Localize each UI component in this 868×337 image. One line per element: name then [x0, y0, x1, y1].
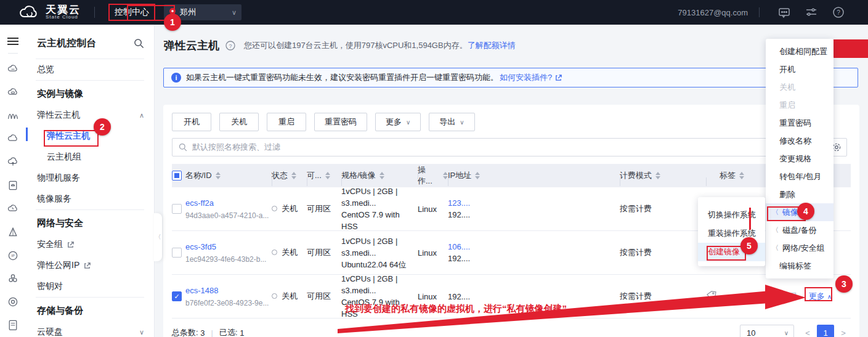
server-box-icon[interactable] [7, 179, 19, 192]
ecs-cloud-icon[interactable] [7, 63, 19, 75]
sidebar-collapse-handle[interactable]: 〈 [154, 213, 162, 261]
sidebar-item-security-group[interactable]: 安全组 [26, 234, 154, 255]
menu-item-to-subscription[interactable]: 转包年/包月 [766, 168, 834, 185]
waves-icon[interactable] [7, 110, 19, 122]
sidebar-item-image-service[interactable]: 镜像服务 [26, 189, 154, 209]
menu-item-reboot: 重启 [766, 96, 834, 114]
cluster-icon[interactable] [7, 272, 19, 285]
eip-link[interactable]: 106.... [448, 241, 620, 253]
az-text: 可用区 [307, 203, 341, 214]
sidebar-item-eip[interactable]: 弹性公网IP [26, 255, 154, 276]
help-icon[interactable]: ? [832, 6, 845, 18]
next-page-button[interactable]: > [836, 325, 851, 337]
sidebar-item-physical[interactable]: 物理机服务 [26, 168, 154, 189]
power-on-button[interactable]: 开机 [172, 113, 211, 131]
instance-name-link[interactable]: ecs-1488 [185, 286, 272, 295]
sort-icon[interactable] [379, 172, 384, 179]
reset-password-button[interactable]: 重置密码 [314, 113, 367, 131]
footer-divider: | [211, 328, 213, 337]
private-ip: 192.... [448, 253, 620, 264]
submenu-item-switch-os[interactable]: 切换操作系统 [698, 206, 765, 224]
select-all-checkbox[interactable] [172, 171, 182, 181]
cloud-upload-icon[interactable] [7, 156, 19, 168]
remote-login-link[interactable]: 远程登录 [766, 291, 798, 301]
menu-item-power-on[interactable]: 开机 [766, 60, 834, 78]
brand-title: 天翼云 [46, 5, 81, 14]
row-checkbox-checked[interactable]: ✓ [172, 291, 182, 301]
funnel-icon[interactable] [7, 226, 19, 238]
eip-link[interactable]: 123.... [448, 197, 620, 209]
search-input[interactable]: 默认按照名称搜索、过滤 [172, 138, 824, 156]
power-off-button[interactable]: 关机 [219, 113, 259, 131]
row-checkbox[interactable] [172, 248, 182, 258]
row-checkbox[interactable] [172, 204, 182, 214]
sort-icon[interactable] [325, 172, 330, 179]
document-icon[interactable] [7, 319, 19, 331]
brand-logo[interactable]: 天翼云 State Cloud [18, 5, 81, 20]
az-text: 可用区 [307, 291, 341, 302]
quota-detail-link[interactable]: 了解配额详情 [468, 40, 516, 51]
page-size-select[interactable]: 10 ∨ [740, 325, 794, 337]
tag-icon[interactable] [706, 290, 716, 301]
status-text: 关机 [282, 204, 298, 213]
message-icon[interactable] [778, 6, 790, 18]
menu-item-disk-backup[interactable]: 〈磁盘/备份 [766, 221, 834, 239]
install-plugin-link[interactable]: 如何安装插件? [500, 72, 552, 83]
sort-icon[interactable] [739, 172, 744, 179]
cloud-icon[interactable] [7, 132, 19, 145]
more-dropdown-button[interactable]: 更多 ∨ [375, 113, 421, 131]
column-name-id: 名称/ID [185, 170, 212, 181]
external-link-icon [554, 74, 562, 82]
svg-text:?: ? [229, 43, 232, 49]
sidebar-item-overview[interactable]: 总览 [26, 59, 154, 80]
account-email[interactable]: 79131627@qq.com [678, 8, 748, 17]
spec-text: 1vCPUs | 2GB | s3.medi... [341, 273, 418, 296]
search-icon[interactable] [134, 38, 144, 49]
menu-item-edit-tag[interactable]: 编辑标签 [766, 257, 834, 275]
menu-item-rename[interactable]: 修改名称 [766, 132, 834, 150]
instance-name-link[interactable]: ecs-ff2a [185, 198, 272, 208]
menu-hamburger-icon[interactable] [7, 36, 18, 47]
menu-item-resize[interactable]: 变更规格 [766, 150, 834, 168]
status-text: 关机 [282, 248, 298, 257]
disc-icon[interactable] [7, 296, 19, 308]
sidebar-item-keypair[interactable]: 密钥对 [26, 276, 154, 297]
sidebar-item-server-group[interactable]: 云主机组 [26, 147, 154, 168]
column-az: 可... [307, 170, 322, 181]
sort-icon[interactable] [443, 172, 448, 179]
sidebar-item-evs[interactable]: 云硬盘 ∨ [26, 322, 154, 337]
help-icon[interactable]: ? [225, 41, 235, 51]
prev-page-button[interactable]: < [800, 325, 815, 337]
instance-name-link[interactable]: ecs-3fd5 [185, 242, 272, 251]
menu-item-network-sg[interactable]: 〈网络/安全组 [766, 239, 834, 257]
current-page-button[interactable]: 1 [817, 325, 834, 337]
chevron-down-icon: ∨ [406, 119, 410, 126]
sort-icon[interactable] [655, 172, 660, 179]
sort-icon[interactable] [216, 172, 221, 179]
spec-text: 1vCPUs | 2GB | s3.medi... [341, 185, 418, 209]
private-ip: 192.... [448, 209, 620, 221]
menu-item-clone-config[interactable]: 创建相同配置 [766, 43, 834, 60]
ip-badge-icon[interactable]: IP [7, 250, 19, 262]
reboot-button[interactable]: 重启 [267, 113, 306, 131]
selected-label: 已选: [219, 327, 238, 337]
sort-icon[interactable] [291, 172, 296, 179]
instance-id: b76fe0f2-3e08-4923-9e... [185, 299, 272, 307]
chevron-left-icon: 〈 [772, 243, 779, 253]
status-text: 关机 [282, 291, 298, 301]
sidebar-item-label: 云硬盘 [37, 327, 63, 337]
export-dropdown-button[interactable]: 导出 ∨ [429, 113, 474, 131]
menu-item-reset-password[interactable]: 重置密码 [766, 114, 834, 132]
settings-sliders-icon[interactable] [805, 6, 817, 18]
sidebar-item-ecs-parent[interactable]: 弹性云主机 ∧ [26, 105, 154, 126]
cloud-clock-icon[interactable] [7, 203, 19, 215]
total-count: 3 [200, 328, 205, 337]
menu-item-delete[interactable]: 删除 [766, 185, 834, 203]
create-ecs-button-partial[interactable] [833, 39, 868, 58]
rail-divider [8, 53, 18, 54]
annotation-step-5: 5 [740, 237, 758, 254]
sort-icon[interactable] [475, 172, 480, 179]
menu-item-label: 网络/安全组 [782, 243, 825, 254]
table-header: 名称/ID 状态 可... 规格/镜像 操作... IP地址 计费模式 标签 [172, 164, 851, 187]
cloud-server-icon[interactable] [7, 86, 19, 99]
